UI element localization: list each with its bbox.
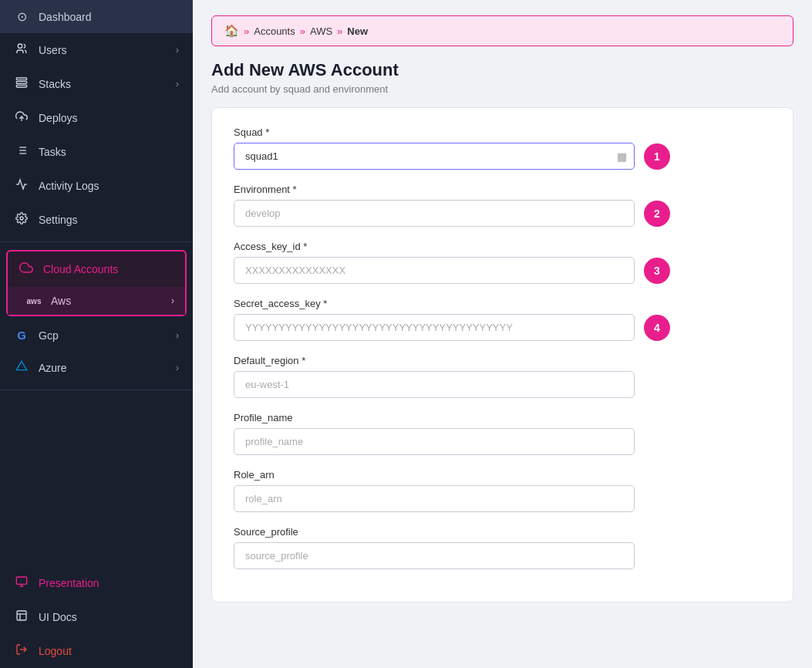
logout-icon [14,643,29,659]
breadcrumb-sep-1: » [244,25,249,37]
svg-rect-13 [16,577,26,584]
environment-input[interactable] [234,200,635,227]
sidebar-bottom: Presentation UI Docs Logout [0,566,193,668]
page-subtitle: Add account by squad and environment [211,83,793,95]
sidebar: ⊙ Dashboard Users › Stacks › Deploys Tas… [0,0,193,668]
sidebar-label-uidocs: UI Docs [39,611,77,623]
sidebar-item-cloud-accounts[interactable]: Cloud Accounts [8,251,185,287]
sidebar-label-users: Users [39,44,67,56]
environment-input-wrapper: 2 [234,200,771,227]
sidebar-label-gcp: Gcp [39,329,59,342]
main-content: 🏠 » Accounts » AWS » New Add New AWS Acc… [193,0,812,668]
secret-access-key-input[interactable] [234,314,635,341]
sidebar-label-stacks: Stacks [39,78,71,90]
secret-key-step-badge: 4 [644,315,670,341]
sidebar-item-stacks[interactable]: Stacks › [0,67,193,101]
activity-logs-icon [14,178,29,194]
sidebar-label-azure: Azure [39,362,67,374]
azure-icon [14,360,29,376]
form-label-access-key-id: Access_key_id * [234,241,771,252]
svg-rect-1 [16,78,26,80]
chevron-users-icon: › [176,45,179,56]
settings-icon [14,212,29,228]
form-label-squad: Squad * [234,127,771,138]
sidebar-item-uidocs[interactable]: UI Docs [0,600,193,634]
page-title: Add New AWS Account [211,60,793,80]
source-profile-input-wrapper [234,542,771,569]
svg-rect-16 [17,611,26,620]
sidebar-label-settings: Settings [39,214,78,226]
sidebar-item-tasks[interactable]: Tasks [0,135,193,169]
svg-marker-12 [16,361,26,369]
breadcrumb-sep-3: » [337,25,342,37]
form-label-environment: Environment * [234,184,771,195]
sidebar-label-deploys: Deploys [39,112,78,124]
form-container: Squad * ▦ 1 Environment * 2 [211,107,793,602]
role-arn-input[interactable] [234,485,635,512]
sidebar-label-presentation: Presentation [39,577,99,589]
default-region-input-wrapper [234,371,771,398]
breadcrumb: 🏠 » Accounts » AWS » New [211,15,793,46]
sidebar-item-users[interactable]: Users › [0,33,193,67]
sidebar-item-gcp[interactable]: G Gcp › [0,319,193,351]
sidebar-divider-1 [0,241,193,242]
squad-input-container: ▦ [234,143,635,170]
breadcrumb-home-icon[interactable]: 🏠 [224,24,239,38]
breadcrumb-new: New [347,25,368,37]
breadcrumb-aws[interactable]: AWS [310,25,332,37]
sidebar-item-activity-logs[interactable]: Activity Logs [0,169,193,203]
chevron-azure-icon: › [176,363,179,373]
form-label-role-arn: Role_arn [234,469,771,481]
profile-name-input-wrapper [234,428,771,455]
sidebar-item-deploys[interactable]: Deploys [0,101,193,135]
svg-point-11 [20,217,23,220]
sidebar-label-cloud-accounts: Cloud Accounts [43,263,118,275]
tasks-icon [14,144,29,160]
breadcrumb-accounts[interactable]: Accounts [254,25,295,37]
sidebar-label-tasks: Tasks [39,146,66,158]
sidebar-item-settings[interactable]: Settings [0,203,193,237]
chevron-gcp-icon: › [176,330,179,341]
form-label-profile-name: Profile_name [234,412,771,423]
access-key-id-input[interactable] [234,257,635,284]
cloud-accounts-icon [19,261,34,278]
cloud-accounts-section: Cloud Accounts aws Aws › [6,250,187,316]
presentation-icon [14,575,29,591]
form-group-default-region: Default_region * [234,355,771,398]
sidebar-item-presentation[interactable]: Presentation [0,566,193,600]
default-region-input[interactable] [234,371,635,398]
page-header: Add New AWS Account Add account by squad… [193,46,812,101]
form-group-access-key-id: Access_key_id * 3 [234,241,771,284]
role-arn-input-wrapper [234,485,771,512]
form-group-profile-name: Profile_name [234,412,771,455]
sidebar-label-logout: Logout [39,645,72,657]
source-profile-input[interactable] [234,542,635,569]
form-label-source-profile: Source_profile [234,526,771,538]
form-group-role-arn: Role_arn [234,469,771,512]
aws-icon: aws [26,297,42,305]
environment-step-badge: 2 [644,201,670,227]
access-key-id-input-wrapper: 3 [234,257,771,284]
chevron-aws-icon: › [171,295,174,306]
profile-name-input[interactable] [234,428,635,455]
squad-input[interactable] [234,143,635,170]
uidocs-icon [14,609,29,625]
stacks-icon [14,76,29,92]
secret-access-key-input-wrapper: 4 [234,314,771,341]
squad-input-icon: ▦ [617,150,627,163]
sidebar-item-azure[interactable]: Azure › [0,351,193,385]
squad-input-wrapper: ▦ 1 [234,143,771,170]
svg-point-0 [18,44,22,48]
svg-rect-3 [16,85,26,87]
form-group-secret-access-key: Secret_access_key * 4 [234,298,771,341]
access-key-step-badge: 3 [644,258,670,284]
sidebar-label-aws: Aws [51,295,71,307]
form-label-default-region: Default_region * [234,355,771,366]
squad-step-badge: 1 [644,143,670,170]
gcp-icon: G [14,329,29,342]
sidebar-item-logout[interactable]: Logout [0,634,193,668]
sidebar-item-aws[interactable]: aws Aws › [8,287,185,315]
sidebar-item-dashboard[interactable]: ⊙ Dashboard [0,0,193,33]
users-icon [14,42,29,58]
svg-rect-2 [16,82,26,84]
